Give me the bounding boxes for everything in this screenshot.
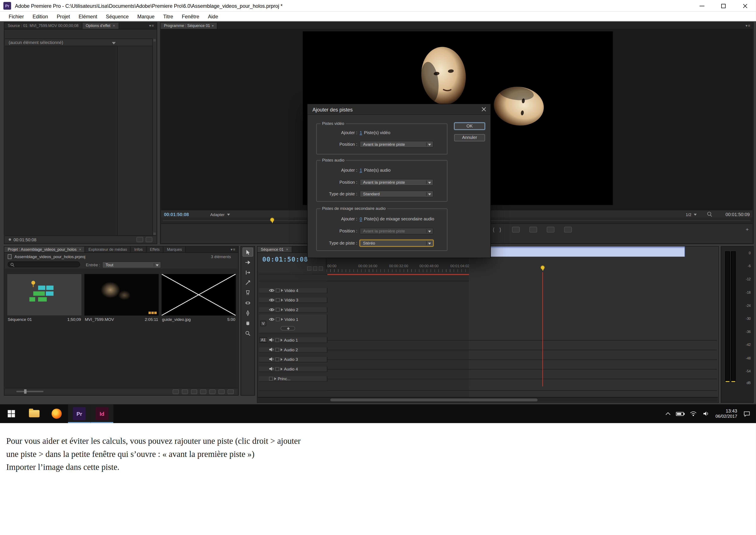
tool-ripple-edit[interactable] — [242, 268, 253, 277]
tray-expand-icon[interactable] — [665, 412, 670, 417]
dialog-close-icon[interactable] — [481, 106, 487, 112]
tab-program-monitor[interactable]: Programme : Séquence 01 — [161, 23, 217, 29]
filter-dropdown[interactable]: Tout — [102, 262, 161, 268]
submix-type-dropdown[interactable]: Stéréo — [360, 239, 433, 246]
track-label[interactable]: Audio 4 — [284, 366, 298, 371]
icon-view-icon[interactable] — [182, 389, 188, 394]
collapse-track-icon[interactable] — [281, 308, 283, 311]
cancel-button[interactable]: Annuler — [454, 134, 485, 141]
program-current-timecode[interactable]: 00:01:50:08 — [164, 212, 189, 217]
premiere-taskbar-button[interactable]: Pr — [68, 404, 91, 423]
tab-close-icon[interactable] — [110, 24, 115, 28]
tab-source-monitor[interactable]: Source : 01: MVI_7599.MOV 00;00;00;08 — [4, 23, 82, 29]
export-frame-icon[interactable] — [547, 227, 554, 233]
keyframe-navigator[interactable] — [281, 326, 295, 330]
start-button[interactable] — [0, 404, 23, 423]
extract-icon[interactable] — [529, 227, 537, 233]
thumbnail-zoom-slider[interactable] — [16, 391, 43, 392]
collapse-track-icon[interactable] — [274, 377, 276, 380]
collapse-track-icon[interactable] — [281, 358, 283, 360]
audio-add-count[interactable]: 1 — [360, 168, 362, 172]
tab-project[interactable]: Projet : Assemblage_videos_pour_holos — [4, 246, 85, 252]
source-patch-audio[interactable]: A1 — [260, 337, 267, 343]
item-name[interactable]: guide_video.jpg — [162, 317, 228, 322]
close-button[interactable] — [734, 0, 756, 12]
mark-out-icon[interactable]: } — [500, 227, 501, 232]
fit-mode-dropdown[interactable]: Adapter — [210, 212, 230, 217]
delete-icon[interactable] — [228, 389, 234, 394]
menu-fichier[interactable]: Fichier — [4, 14, 28, 19]
battery-icon[interactable] — [676, 412, 684, 415]
track-label[interactable]: Audio 1 — [284, 337, 298, 342]
sync-lock-icon[interactable] — [275, 367, 279, 371]
tool-razor[interactable] — [242, 288, 253, 297]
tool-track-select[interactable] — [242, 258, 253, 267]
sync-lock-icon[interactable] — [275, 357, 279, 361]
project-item-video[interactable]: MVI_7599.MOV 2:05:11 — [84, 273, 159, 322]
tab-close-icon[interactable] — [284, 247, 288, 252]
sync-lock-icon[interactable] — [276, 317, 280, 321]
button-editor-icon[interactable] — [746, 226, 749, 232]
scrollbar-thumb[interactable] — [330, 399, 537, 401]
menu-aide[interactable]: Aide — [204, 14, 222, 19]
mark-in-icon[interactable]: { — [493, 227, 494, 232]
speaker-icon[interactable] — [269, 367, 274, 371]
audio-position-dropdown[interactable]: Avant la première piste — [360, 179, 433, 185]
toggle-track-output-icon[interactable] — [269, 307, 274, 311]
lift-icon[interactable] — [512, 227, 520, 233]
program-playhead-pin[interactable] — [270, 217, 274, 223]
track-label[interactable]: Audio 2 — [284, 347, 298, 352]
compare-icon[interactable] — [564, 227, 572, 233]
track-label[interactable]: Princ... — [278, 376, 290, 381]
speaker-icon[interactable] — [703, 411, 709, 416]
wifi-icon[interactable] — [690, 411, 696, 416]
track-label[interactable]: Vidéo 1 — [284, 317, 298, 322]
resolution-dropdown[interactable]: 1/2 — [686, 212, 697, 217]
menu-fenetre[interactable]: Fenêtre — [177, 14, 204, 19]
toggle-track-output-icon[interactable] — [269, 317, 274, 321]
track-label[interactable]: Vidéo 3 — [284, 297, 298, 302]
project-item-image[interactable]: guide_video.jpg 5:00 — [161, 273, 236, 322]
playhead-pin[interactable] — [540, 265, 545, 271]
firefox-button[interactable] — [45, 404, 68, 423]
toggle-track-output-icon[interactable] — [269, 288, 274, 292]
collapse-track-icon[interactable] — [281, 298, 283, 301]
timeline-horizontal-scrollbar[interactable] — [258, 397, 718, 402]
collapse-track-icon[interactable] — [281, 367, 283, 370]
menu-sequence[interactable]: Séquence — [101, 14, 133, 19]
sync-lock-icon[interactable] — [276, 298, 280, 302]
tab-markers[interactable]: Marques — [164, 246, 186, 252]
new-bin-icon[interactable] — [209, 389, 216, 394]
speaker-icon[interactable] — [269, 338, 274, 342]
list-view-icon[interactable] — [173, 389, 179, 394]
snap-icon[interactable] — [307, 266, 311, 270]
tab-close-icon[interactable] — [76, 247, 81, 252]
tab-effects[interactable]: Effets — [147, 246, 164, 252]
track-label[interactable]: Audio 3 — [284, 357, 298, 361]
submix-add-count[interactable]: 0 — [360, 216, 362, 221]
collapse-track-icon[interactable] — [281, 348, 283, 351]
tool-pen[interactable] — [242, 308, 253, 318]
track-label[interactable]: Vidéo 2 — [284, 307, 298, 312]
menu-element[interactable]: Elément — [74, 14, 101, 19]
toggle-track-output-icon[interactable] — [269, 298, 274, 302]
find-icon[interactable] — [200, 389, 206, 394]
tool-selection[interactable] — [242, 247, 253, 257]
item-name[interactable]: MVI_7599.MOV — [85, 317, 145, 322]
sync-lock-icon[interactable] — [276, 307, 280, 311]
marker-icon[interactable] — [319, 266, 323, 270]
source-patch-video[interactable]: V — [260, 321, 266, 326]
item-name[interactable]: Séquence 01 — [8, 317, 68, 322]
export-icon[interactable] — [146, 237, 152, 242]
file-explorer-button[interactable] — [23, 404, 45, 423]
slider-handle[interactable] — [24, 389, 27, 394]
project-item-sequence[interactable]: Séquence 01 1;50;09 — [7, 273, 82, 322]
collapse-track-icon[interactable] — [281, 318, 283, 321]
magnifier-icon[interactable] — [707, 212, 711, 216]
tool-zoom[interactable] — [242, 329, 253, 338]
video-position-dropdown[interactable]: Avant la première piste — [360, 141, 433, 147]
dialog-titlebar[interactable]: Ajouter des pistes — [308, 104, 490, 115]
minimize-button[interactable] — [691, 0, 713, 12]
menu-marque[interactable]: Marque — [133, 14, 159, 19]
ok-button[interactable]: OK — [454, 123, 485, 130]
